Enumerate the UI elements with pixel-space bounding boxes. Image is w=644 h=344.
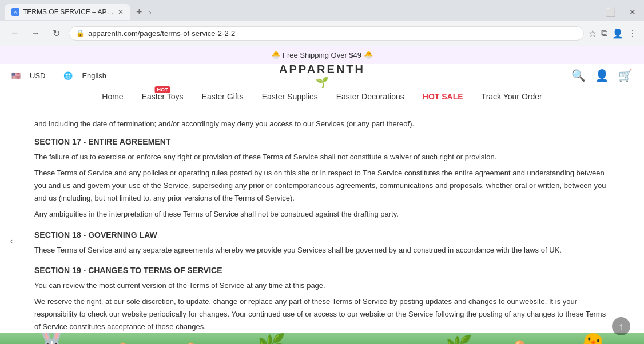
section-19: SECTION 19 - CHANGES TO TERMS OF SERVICE… (34, 266, 610, 333)
scroll-top-button[interactable]: ↑ (612, 317, 630, 335)
section-17-p3: Any ambiguities in the interpretation of… (34, 208, 610, 221)
nav-easter-gifts[interactable]: Easter Gifts (202, 92, 244, 101)
nav-home[interactable]: Home (102, 92, 123, 101)
cart-icon[interactable]: 🛒 (618, 69, 633, 82)
url-text: apparenth.com/pages/terms-of-service-2-2… (88, 29, 235, 38)
section-17-title: SECTION 17 - ENTIRE AGREEMENT (34, 137, 610, 146)
main-nav: Home HOT Easter Toys Easter Gifts Easter… (0, 87, 644, 106)
active-tab[interactable]: A TERMS OF SERVICE – APPAREN... ✕ (5, 4, 130, 20)
browser-chrome: A TERMS OF SERVICE – APPAREN... ✕ + › — … (0, 0, 644, 46)
nav-easter-supplies[interactable]: Easter Supplies (262, 92, 318, 101)
tab-arrow-button[interactable]: › (146, 8, 155, 17)
bunny-decoration: 🐰 (34, 333, 70, 344)
currency-label[interactable]: USD (30, 71, 45, 80)
section-17-p1: The failure of us to exercise or enforce… (34, 151, 610, 163)
menu-icon[interactable]: ⋮ (628, 28, 637, 39)
tab-bar: A TERMS OF SERVICE – APPAREN... ✕ + › — … (0, 0, 644, 21)
globe-icon: 🌐 (63, 71, 73, 80)
promo-banner: 🐣 Free Shipping Over $49 🐣 (0, 46, 644, 64)
lang-currency: 🇺🇸 USD 🌐 English (11, 71, 106, 80)
logo-icon: 🌱 (316, 76, 328, 89)
header-icons: 🔍 👤 🛒 (571, 69, 633, 82)
close-tab-button[interactable]: ✕ (118, 8, 124, 16)
new-tab-button[interactable]: + (133, 6, 146, 18)
forward-button[interactable]: → (27, 25, 43, 41)
back-button[interactable]: ← (7, 25, 23, 41)
nav-track-order[interactable]: Track Your Order (482, 92, 542, 101)
section-19-p1: You can review the most current version … (34, 279, 610, 292)
section-19-title: SECTION 19 - CHANGES TO TERMS OF SERVICE (34, 266, 610, 275)
site-logo[interactable]: APPARENTH 🌱 (279, 63, 365, 89)
restore-button[interactable]: ⬜ (602, 6, 619, 18)
language-label[interactable]: English (82, 71, 106, 80)
hot-badge: HOT (155, 86, 170, 93)
logo-text: APPARENTH (279, 63, 365, 76)
lock-icon: 🔒 (76, 29, 85, 37)
section-18-title: SECTION 18 - GOVERNING LAW (34, 230, 610, 239)
flag-icon: 🇺🇸 (11, 71, 21, 80)
toolbar-icons: ☆ ⧉ 👤 ⋮ (589, 28, 637, 39)
website: 🐣 Free Shipping Over $49 🐣 🇺🇸 USD 🌐 Engl… (0, 46, 644, 344)
address-bar: ← → ↻ 🔒 apparenth.com/pages/terms-of-ser… (0, 21, 644, 46)
nav-easter-decorations[interactable]: Easter Decorations (336, 92, 404, 101)
section-19-p2: We reserve the right, at our sole discre… (34, 295, 610, 333)
account-icon[interactable]: 👤 (595, 69, 609, 82)
scroll-left-arrow[interactable]: ‹ (5, 234, 18, 248)
plant-decoration-2: 🌿 (446, 334, 472, 344)
search-icon[interactable]: 🔍 (571, 69, 586, 82)
url-bar[interactable]: 🔒 apparenth.com/pages/terms-of-service-2… (69, 26, 584, 41)
top-nav: 🇺🇸 USD 🌐 English APPARENTH 🌱 🔍 👤 🛒 (0, 64, 644, 87)
nav-hot-sale[interactable]: HOT SALE (423, 92, 463, 101)
profile-icon[interactable]: 👤 (612, 28, 623, 39)
window-controls: — ⬜ ✕ (581, 6, 639, 18)
close-button[interactable]: ✕ (626, 6, 639, 18)
nav-easter-toys[interactable]: HOT Easter Toys (142, 92, 184, 101)
section-17-p2: These Terms of Service and any policies … (34, 167, 610, 205)
minimize-button[interactable]: — (581, 6, 595, 18)
tab-favicon: A (11, 8, 19, 16)
refresh-button[interactable]: ↻ (48, 25, 64, 41)
plant-decoration: 🌿 (257, 333, 286, 344)
section-18: SECTION 18 - GOVERNING LAW These Terms o… (34, 230, 610, 257)
extensions-icon[interactable]: ⧉ (601, 28, 607, 39)
section-18-p1: These Terms of Service and any separate … (34, 244, 610, 257)
tab-title: TERMS OF SERVICE – APPAREN... (23, 8, 114, 16)
chick-decoration: 🐣 (574, 333, 610, 344)
egg-decoration-3: 🥚 (510, 339, 530, 344)
page-content: and including the date of termination; a… (0, 106, 644, 333)
intro-text: and including the date of termination; a… (34, 118, 610, 130)
bookmark-icon[interactable]: ☆ (589, 28, 597, 39)
section-17: SECTION 17 - ENTIRE AGREEMENT The failur… (34, 137, 610, 221)
easter-scene: 🐰 🥚 🌸 🥚 🥚 🌺 🐣 🌿 🌿 (0, 333, 644, 344)
